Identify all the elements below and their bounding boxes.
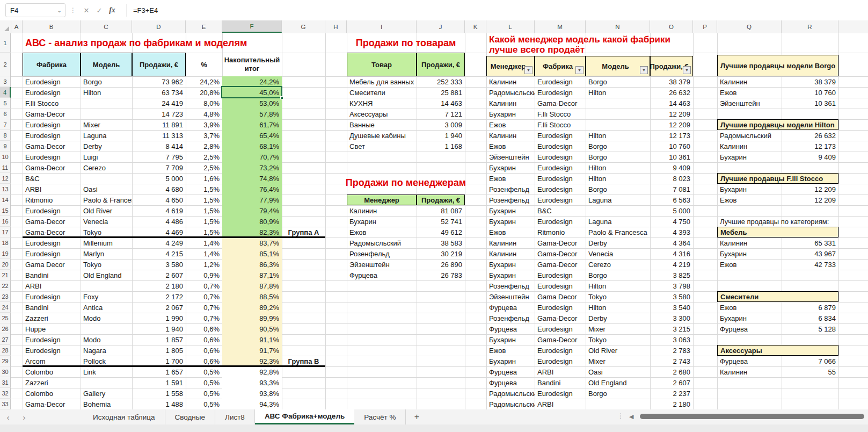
mm-sales-cell[interactable]: 2 783 [650,345,693,356]
abc-factory-cell[interactable]: Zazzeri [23,377,81,388]
column-header-M[interactable]: M [535,20,586,33]
mm-model-cell[interactable]: Old England [586,377,650,388]
best-seller-value-cell[interactable]: 6 879 [782,302,838,313]
mm-factory-cell[interactable]: Bandini [535,377,586,388]
mm-sales-cell[interactable]: 3 580 [650,291,693,302]
abc-model-cell[interactable]: Hilton [81,87,132,98]
best-seller-name-cell[interactable]: Бухарин [717,313,782,323]
abc-sales-cell[interactable]: 4 486 [132,216,186,227]
abc-sales-cell[interactable]: 2 607 [132,270,186,280]
tabs-next-arrow[interactable]: › [16,409,32,424]
mm-manager-cell[interactable]: Бухарин [486,334,535,345]
best-seller-value-cell[interactable]: 42 733 [782,259,838,270]
row-header-4[interactable]: 4 [0,87,11,98]
abc-factory-cell[interactable]: Gama-Decor [23,216,81,227]
product-name-cell[interactable]: Душевые кабины [347,130,417,141]
mm-sales-cell[interactable]: 26 632 [650,87,693,98]
best-seller-value-cell[interactable]: 9 409 [782,152,838,162]
best-seller-name-cell[interactable]: Ежов [717,195,782,205]
abc-pct-cell[interactable]: 0,5% [186,399,222,409]
abc-pct-cell[interactable]: 2,5% [186,162,222,173]
best-sellers-header[interactable]: Смесители [717,291,838,302]
filter-button[interactable]: ▼ [640,66,648,74]
abc-cum-cell[interactable]: 77,9% [222,195,282,205]
mm-model-cell[interactable]: Old River [586,345,650,356]
abc-cum-cell[interactable]: 61,7% [222,119,282,130]
mm-sales-cell[interactable]: 4 393 [650,227,693,237]
group-label-cell[interactable]: Группа А [282,227,325,237]
mm-manager-cell[interactable]: Бухарин [486,270,535,280]
abc-cum-cell[interactable]: 86,3% [222,259,282,270]
abc-pct-cell[interactable]: 2,5% [186,152,222,162]
abc-header[interactable]: Продажи, € [132,53,186,76]
products-header[interactable]: Продажи, € [417,53,465,76]
column-header-F[interactable]: F [222,20,282,33]
abc-cum-cell[interactable]: 89,2% [222,302,282,313]
chevron-down-icon[interactable]: ⌄ [57,8,62,13]
column-header-A[interactable]: A [11,20,23,33]
abc-model-cell[interactable]: Link [81,366,132,377]
best-seller-name-cell[interactable]: Калинин [717,141,782,152]
abc-model-cell[interactable]: Nagara [81,345,132,356]
abc-sales-cell[interactable]: 4 680 [132,184,186,195]
abc-sales-cell[interactable]: 1 857 [132,334,186,345]
row-header-11[interactable]: 11 [0,162,11,173]
mm-model-cell[interactable]: Venecia [586,248,650,259]
abc-sales-cell[interactable]: 1 805 [132,345,186,356]
best-seller-value-cell[interactable]: 12 209 [782,184,838,195]
mm-sales-cell[interactable]: 3 798 [650,280,693,291]
mm-factory-cell[interactable]: Eurodesign [535,76,586,87]
abc-sales-cell[interactable]: 1 657 [132,366,186,377]
mm-sales-cell[interactable]: 14 463 [650,98,693,109]
abc-model-cell[interactable]: Paolo & Francesca [81,195,132,205]
abc-factory-cell[interactable]: ARBI [23,280,81,291]
mm-factory-cell[interactable]: Eurodesign [535,195,586,205]
abc-cum-cell[interactable]: 73,2% [222,162,282,173]
abc-cum-cell[interactable]: 94,3% [222,399,282,409]
mm-sales-cell[interactable]: 9 409 [650,162,693,173]
mm-sales-cell[interactable]: 38 379 [650,76,693,87]
abc-model-cell[interactable] [81,323,132,334]
column-header-O[interactable]: O [650,20,693,33]
row-header-15[interactable]: 15 [0,205,11,216]
abc-pct-cell[interactable]: 1,5% [186,227,222,237]
abc-cum-cell[interactable]: 83,7% [222,237,282,248]
mm-manager-cell[interactable]: Фурцева [486,366,535,377]
mm-sales-cell[interactable]: 2 237 [650,388,693,399]
manager-sales-cell[interactable]: 26 890 [417,259,465,270]
group-label-cell[interactable]: Группа В [282,356,325,366]
abc-sales-cell[interactable]: 4 619 [132,205,186,216]
mm-factory-cell[interactable]: Eurodesign [535,388,586,399]
abc-sales-cell[interactable]: 1 591 [132,377,186,388]
abc-pct-cell[interactable]: 0,6% [186,323,222,334]
row-header-2[interactable]: 2 [0,53,11,76]
mm-manager-cell[interactable]: Калинин [486,76,535,87]
manager-name-cell[interactable]: Радомысльский [347,237,417,248]
abc-cum-cell[interactable]: 70,7% [222,152,282,162]
abc-factory-cell[interactable]: Eurodesign [23,119,81,130]
best-seller-value-cell[interactable]: 5 128 [782,323,838,334]
abc-model-cell[interactable] [81,173,132,184]
best-seller-value-cell[interactable]: 6 834 [782,313,838,323]
abc-cum-cell[interactable]: 79,4% [222,205,282,216]
mm-model-cell[interactable] [586,109,650,119]
mm-factory-cell[interactable]: Eurodesign [535,323,586,334]
mm-model-cell[interactable]: Borgo [586,270,650,280]
mm-factory-cell[interactable]: Gama-Decor [535,334,586,345]
row-header-25[interactable]: 25 [0,313,11,323]
product-sales-cell[interactable]: 25 881 [417,87,465,98]
abc-factory-cell[interactable]: Colombo [23,388,81,399]
abc-sales-cell[interactable]: 63 734 [132,87,186,98]
product-name-cell[interactable]: Ванные [347,119,417,130]
tabs-prev-arrow[interactable]: ‹ [0,409,16,424]
abc-pct-cell[interactable]: 0,9% [186,270,222,280]
abc-pct-cell[interactable]: 0,5% [186,377,222,388]
abc-sales-cell[interactable]: 4 469 [132,227,186,237]
best-seller-value-cell[interactable]: 65 331 [782,237,838,248]
abc-model-cell[interactable]: Modo [81,313,132,323]
manager-sales-cell[interactable]: 26 783 [417,270,465,280]
mm-model-cell[interactable]: Hilton [586,302,650,313]
best-seller-value-cell[interactable]: 12 173 [782,141,838,152]
mm-model-cell[interactable]: Hilton [586,162,650,173]
mm-sales-cell[interactable]: 3 540 [650,302,693,313]
